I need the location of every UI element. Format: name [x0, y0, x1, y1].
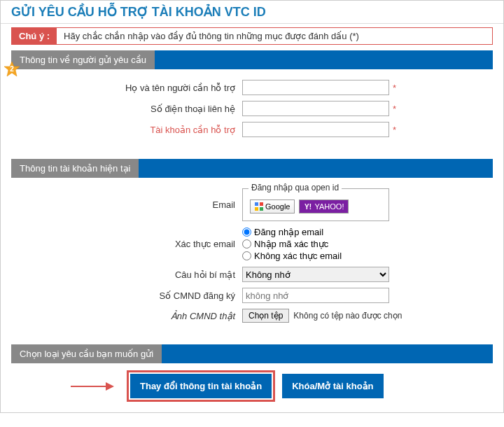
- svg-text:Y!: Y!: [304, 203, 312, 211]
- radio-enter-code[interactable]: Nhập mã xác thực: [242, 239, 342, 249]
- svg-rect-5: [260, 207, 263, 211]
- google-login-button[interactable]: Google: [250, 200, 295, 214]
- radio-no-verify[interactable]: Không xác thực email: [242, 251, 342, 261]
- yahoo-icon: Y!: [304, 202, 312, 211]
- radio-none-label: Không xác thực email: [254, 251, 342, 261]
- openid-legend: Đăng nhập qua open id: [248, 183, 342, 192]
- account-input[interactable]: [242, 122, 389, 137]
- section-account-header: Thông tin tài khoản hiện tại: [11, 159, 493, 178]
- star-badge-icon: 2: [4, 61, 20, 78]
- asterisk-icon: *: [393, 83, 396, 93]
- svg-text:2: 2: [10, 65, 14, 73]
- cmnd-label: Số CMND đăng ký: [18, 290, 242, 301]
- secret-question-label: Câu hỏi bí mật: [18, 270, 242, 280]
- radio-code-input[interactable]: [242, 239, 251, 248]
- asterisk-icon: *: [393, 104, 396, 114]
- verify-label: Xác thực email: [18, 239, 242, 249]
- notice-text: Hãy chắc chắn nhập vào đầy đủ thông tin …: [57, 28, 366, 44]
- page-title: GỬI YÊU CẦU HỖ TRỢ TÀI KHOẢN VTC ID: [1, 1, 503, 24]
- section-request-type-header: Chọn loại yêu cầu bạn muốn gửi: [11, 344, 493, 363]
- svg-rect-2: [255, 202, 258, 206]
- choose-file-button[interactable]: Chọn tệp: [242, 309, 289, 323]
- yahoo-login-button[interactable]: Y! YAHOO!: [299, 200, 349, 214]
- secret-question-select[interactable]: Không nhớ: [242, 267, 389, 282]
- phone-input[interactable]: [242, 101, 389, 116]
- verify-radio-group: Đăng nhập email Nhập mã xác thực Không x…: [242, 227, 342, 261]
- google-icon: [255, 202, 263, 211]
- section-request-type-tab: Chọn loại yêu cầu bạn muốn gửi: [11, 344, 162, 363]
- section-account-body: Email Đăng nhập qua open id Google Y! YA…: [11, 178, 493, 339]
- radio-none-input[interactable]: [242, 251, 251, 260]
- section-sender-body: Họ và tên người cần hỗ trợ * Số điện tho…: [11, 69, 493, 153]
- openid-fieldset: Đăng nhập qua open id Google Y! YAHOO!: [242, 188, 389, 221]
- asterisk-icon: *: [393, 125, 396, 135]
- section-sender-tab: Thông tin về người gửi yêu cầu: [11, 50, 155, 69]
- fullname-label: Họ và tên người cần hỗ trợ: [18, 83, 242, 93]
- phone-label: Số điện thoại liên hệ: [18, 104, 242, 114]
- radio-login-label: Đăng nhập email: [254, 227, 323, 237]
- cmnd-input[interactable]: [242, 288, 389, 303]
- lock-unlock-account-button[interactable]: Khóa/Mở tài khoản: [282, 374, 383, 398]
- notice-bar: Chú ý : Hãy chắc chắn nhập vào đầy đủ th…: [11, 27, 493, 45]
- photo-label: Ảnh CMND thật: [18, 311, 242, 321]
- fullname-input[interactable]: [242, 80, 389, 95]
- email-label: Email: [18, 200, 242, 210]
- section-account-tab: Thông tin tài khoản hiện tại: [11, 159, 139, 178]
- radio-login-email[interactable]: Đăng nhập email: [242, 227, 342, 237]
- svg-rect-3: [260, 202, 263, 206]
- notice-label: Chú ý :: [12, 28, 57, 44]
- radio-login-input[interactable]: [242, 227, 251, 237]
- svg-rect-4: [255, 207, 258, 211]
- action-row: Thay đổi thông tin tài khoản Khóa/Mở tài…: [127, 370, 493, 402]
- account-label: Tài khoản cần hỗ trợ: [18, 125, 242, 135]
- radio-code-label: Nhập mã xác thực: [254, 239, 328, 249]
- google-label: Google: [265, 202, 290, 211]
- yahoo-label: YAHOO!: [314, 202, 344, 211]
- section-sender-header: Thông tin về người gửi yêu cầu: [11, 50, 493, 69]
- change-account-info-button[interactable]: Thay đổi thông tin tài khoản: [130, 374, 272, 398]
- file-none-text: Không có tệp nào được chọn: [293, 311, 402, 321]
- arrow-icon: [71, 386, 113, 387]
- highlight-box: Thay đổi thông tin tài khoản: [127, 370, 275, 402]
